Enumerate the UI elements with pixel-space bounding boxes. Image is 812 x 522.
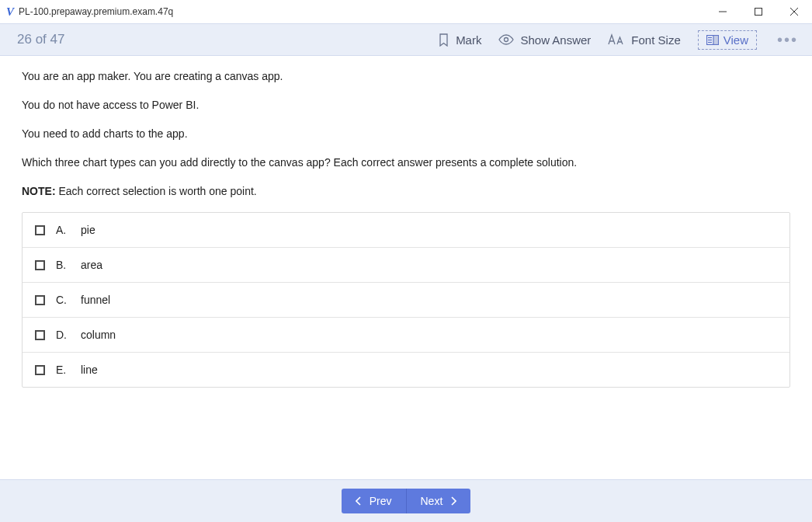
- mark-label: Mark: [456, 33, 481, 47]
- question-content: You are an app maker. You are creating a…: [0, 56, 812, 479]
- show-answer-label: Show Answer: [520, 33, 591, 47]
- question-p2: You do not have access to Power BI.: [22, 97, 790, 113]
- view-split-icon: [706, 35, 719, 45]
- toolbar-actions: Mark Show Answer Font Size View •••: [438, 30, 801, 50]
- question-note: NOTE: Each correct selection is worth on…: [22, 183, 790, 200]
- eye-icon: [498, 34, 514, 45]
- option-b-letter: B.: [56, 259, 70, 271]
- bookmark-icon: [438, 33, 449, 47]
- question-p4: Which three chart types can you add dire…: [22, 155, 790, 171]
- question-counter: 26 of 47: [17, 32, 64, 47]
- note-text: Each correct selection is worth one poin…: [56, 185, 257, 197]
- option-c-letter: C.: [56, 294, 70, 306]
- chevron-right-icon: [450, 496, 456, 506]
- close-button[interactable]: [776, 0, 812, 23]
- option-c-text: funnel: [81, 294, 110, 306]
- window-title: PL-100.prepaway.premium.exam.47q: [19, 6, 173, 17]
- option-e-letter: E.: [56, 364, 70, 376]
- checkbox-icon: [35, 225, 45, 235]
- prev-button[interactable]: Prev: [342, 489, 407, 513]
- titlebar-left: V PL-100.prepaway.premium.exam.47q: [6, 5, 173, 19]
- option-e-text: line: [81, 364, 98, 376]
- font-size-icon: [608, 33, 625, 46]
- question-p1: You are an app maker. You are creating a…: [22, 68, 790, 85]
- note-label: NOTE:: [22, 185, 56, 197]
- prev-label: Prev: [370, 495, 392, 507]
- toolbar: 26 of 47 Mark Show Answer Font Size View…: [0, 23, 812, 56]
- view-button[interactable]: View: [698, 30, 757, 50]
- window-controls: [705, 0, 812, 23]
- app-logo-icon: V: [6, 5, 14, 19]
- option-d-text: column: [81, 329, 116, 341]
- option-d[interactable]: D. column: [23, 317, 789, 352]
- font-size-button[interactable]: Font Size: [608, 33, 680, 47]
- show-answer-button[interactable]: Show Answer: [498, 33, 591, 47]
- footer: Prev Next: [0, 479, 812, 522]
- option-a-letter: A.: [56, 224, 70, 236]
- checkbox-icon: [35, 330, 45, 340]
- option-a[interactable]: A. pie: [23, 213, 789, 247]
- option-a-text: pie: [81, 224, 95, 236]
- checkbox-icon: [35, 365, 45, 375]
- checkbox-icon: [35, 295, 45, 305]
- option-b[interactable]: B. area: [23, 247, 789, 282]
- next-label: Next: [421, 495, 443, 507]
- options-container: A. pie B. area C. funnel D. column E. li…: [22, 212, 790, 388]
- view-label: View: [724, 33, 748, 47]
- font-size-label: Font Size: [631, 33, 680, 47]
- more-options-button[interactable]: •••: [774, 31, 801, 49]
- svg-point-4: [505, 38, 508, 42]
- titlebar: V PL-100.prepaway.premium.exam.47q: [0, 0, 812, 23]
- chevron-left-icon: [356, 496, 362, 506]
- mark-button[interactable]: Mark: [438, 33, 481, 47]
- nav-group: Prev Next: [342, 489, 471, 513]
- option-d-letter: D.: [56, 329, 70, 341]
- question-p3: You need to add charts to the app.: [22, 126, 790, 142]
- next-button[interactable]: Next: [407, 489, 471, 513]
- svg-rect-10: [713, 35, 719, 44]
- minimize-button[interactable]: [705, 0, 741, 23]
- svg-rect-1: [755, 9, 762, 16]
- checkbox-icon: [35, 260, 45, 270]
- option-b-text: area: [81, 259, 102, 271]
- dots-icon: •••: [777, 31, 798, 48]
- option-c[interactable]: C. funnel: [23, 282, 789, 317]
- maximize-button[interactable]: [741, 0, 776, 23]
- option-e[interactable]: E. line: [23, 352, 789, 387]
